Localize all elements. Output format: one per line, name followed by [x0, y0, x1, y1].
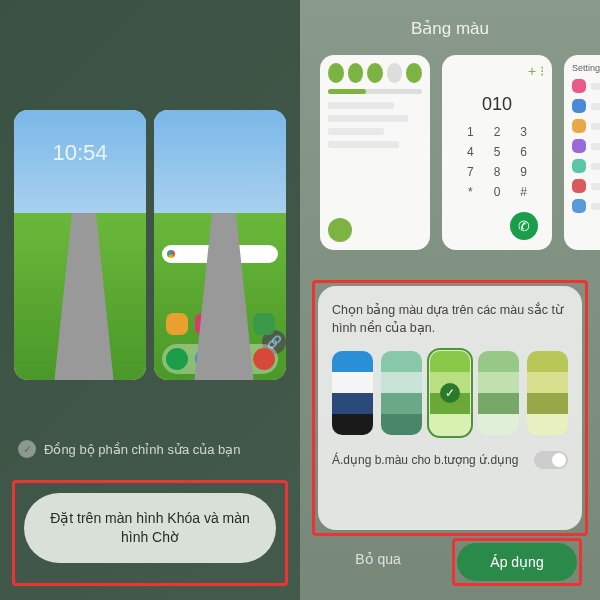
color-swatch[interactable]: [332, 351, 373, 435]
fab-icon: [328, 218, 352, 242]
apply-label: Áp dụng: [490, 554, 543, 570]
clock-text: 10:54: [14, 140, 146, 166]
set-wallpaper-button[interactable]: Đặt trên màn hình Khóa và màn hình Chờ: [24, 493, 276, 563]
toggle-label: Á.dụng b.màu cho b.tượng ứ.dụng: [332, 453, 518, 467]
skip-button[interactable]: Bỏ qua: [318, 538, 438, 580]
dial-key: 9: [511, 163, 536, 181]
icon-row-preview: [162, 310, 278, 338]
skip-label: Bỏ qua: [355, 551, 401, 567]
palette-sheet: Chọn bảng màu dựa trên các màu sắc từ hì…: [318, 286, 582, 530]
theme-card-settings[interactable]: Settings: [564, 55, 600, 250]
dial-key: 8: [485, 163, 510, 181]
settings-heading: Settings: [572, 63, 600, 73]
palette-prompt: Chọn bảng màu dựa trên các màu sắc từ hì…: [332, 302, 568, 337]
homescreen-preview[interactable]: 🔗: [154, 110, 286, 380]
panel-title: Bảng màu: [300, 18, 600, 39]
dial-key: 5: [485, 143, 510, 161]
check-icon: ✓: [18, 440, 36, 458]
right-panel: Bảng màu + ⁝ 010 123456789*0# ✆ Settings: [300, 0, 600, 600]
highlight-box-apply: Áp dụng: [452, 538, 582, 586]
sync-edits-row[interactable]: ✓ Đồng bộ phần chỉnh sửa của bạn: [18, 440, 282, 458]
dial-key: 7: [458, 163, 483, 181]
call-icon: ✆: [510, 212, 538, 240]
theme-previews: + ⁝ 010 123456789*0# ✆ Settings: [320, 55, 600, 255]
dock-preview: [162, 344, 278, 374]
dial-pad: 123456789*0#: [450, 123, 544, 201]
dial-key: *: [458, 183, 483, 201]
bottom-actions: Bỏ qua Áp dụng: [318, 538, 582, 586]
dial-key: 0: [485, 183, 510, 201]
color-swatch[interactable]: [527, 351, 568, 435]
button-label: Đặt trên màn hình Khóa và màn hình Chờ: [44, 509, 256, 547]
left-panel: 10:54 🔗 ✓ Đồng bộ phần chỉnh sửa: [0, 0, 300, 600]
dial-key: 2: [485, 123, 510, 141]
apply-icons-toggle-row[interactable]: Á.dụng b.màu cho b.tượng ứ.dụng: [332, 451, 568, 469]
search-bar-preview: [162, 245, 278, 263]
wallpaper-previews: 10:54 🔗: [10, 110, 290, 380]
theme-card-dialer[interactable]: + ⁝ 010 123456789*0# ✆: [442, 55, 552, 250]
dial-key: 1: [458, 123, 483, 141]
color-swatch[interactable]: [381, 351, 422, 435]
color-swatch[interactable]: ✓: [430, 351, 471, 435]
sync-label: Đồng bộ phần chỉnh sửa của bạn: [44, 442, 241, 457]
google-icon: [167, 250, 175, 258]
dial-number: 010: [450, 94, 544, 115]
dial-key: 3: [511, 123, 536, 141]
lockscreen-preview[interactable]: 10:54: [14, 110, 146, 380]
toggle-switch[interactable]: [534, 451, 568, 469]
theme-card-quickpanel[interactable]: [320, 55, 430, 250]
apply-button[interactable]: Áp dụng: [457, 543, 577, 581]
check-icon: ✓: [440, 383, 460, 403]
dial-key: #: [511, 183, 536, 201]
color-swatches: ✓: [332, 351, 568, 435]
dial-key: 4: [458, 143, 483, 161]
dial-key: 6: [511, 143, 536, 161]
color-swatch[interactable]: [478, 351, 519, 435]
